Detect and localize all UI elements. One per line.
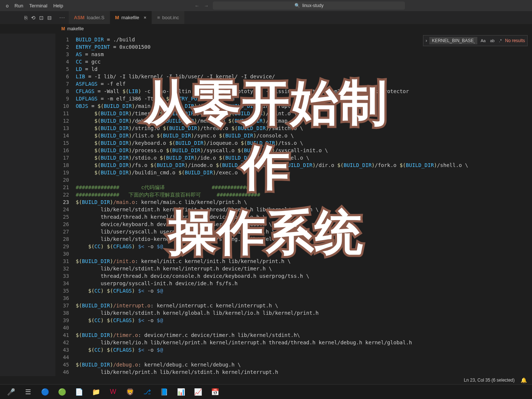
explorer-sidebar xyxy=(0,34,55,376)
breadcrumb-label: makefile xyxy=(67,26,84,31)
find-input[interactable] xyxy=(429,37,477,44)
line-gutter: 1234567891011121314151617181920212223242… xyxy=(55,36,76,376)
explorer-new-file-icon[interactable]: ⎘ xyxy=(24,15,27,21)
menu-run[interactable]: Run xyxy=(11,3,26,8)
tab-label: loader.S xyxy=(87,15,105,20)
tab-overflow-icon[interactable]: ⋯ xyxy=(55,14,69,21)
explorer-refresh-icon[interactable]: ⟲ xyxy=(31,15,35,21)
makefile-icon: M xyxy=(115,15,119,20)
taskbar-app3-icon[interactable]: 📘 xyxy=(156,385,172,399)
makefile-icon: M xyxy=(61,26,65,31)
tab-label: makefile xyxy=(121,15,139,20)
tab-bootinc[interactable]: ≡ boot.inc xyxy=(152,11,184,24)
taskbar-file-icon[interactable]: 📄 xyxy=(71,385,87,399)
search-text: linux-study xyxy=(302,3,323,8)
taskbar-app5-icon[interactable]: 📈 xyxy=(190,385,206,399)
tab-bar: ⎘ ⟲ ⊡ ⊟ ⋯ ASM loader.S M makefile × ≡ bo… xyxy=(0,11,532,24)
search-icon: 🔍 xyxy=(294,3,300,8)
find-regex-icon[interactable]: .* xyxy=(498,38,503,44)
taskbar-wps-icon[interactable]: W xyxy=(105,385,121,399)
explorer-more-icon[interactable]: ⊟ xyxy=(47,15,52,21)
taskbar-chrome-icon[interactable]: 🟢 xyxy=(54,385,70,399)
find-case-icon[interactable]: Aa xyxy=(480,38,487,44)
taskbar-app-icon[interactable]: 🔵 xyxy=(37,385,53,399)
taskbar-app4-icon[interactable]: 📊 xyxy=(173,385,189,399)
find-expand-icon[interactable]: › xyxy=(426,38,427,43)
find-widget: › Aa ab .* No results xyxy=(423,35,528,46)
menubar: o Run Terminal Help ← → 🔍 linux-study xyxy=(0,0,532,11)
find-results: No results xyxy=(505,38,525,43)
asm-file-icon: ASM xyxy=(74,15,85,20)
status-bar: Ln 23, Col 35 (6 selected) 🔔 xyxy=(459,376,532,384)
close-tab-icon[interactable]: × xyxy=(144,15,147,20)
inc-file-icon: ≡ xyxy=(157,15,160,20)
windows-taskbar: 🎤 ☰ 🔵 🟢 📄 📁 W 🦁 ⎇ 📘 📊 📈 📅 xyxy=(0,384,532,399)
taskbar-taskview-icon[interactable]: ☰ xyxy=(20,385,36,399)
tab-makefile[interactable]: M makefile × xyxy=(110,11,152,24)
find-wholeword-icon[interactable]: ab xyxy=(489,38,495,44)
taskbar-app2-icon[interactable]: 🦁 xyxy=(122,385,138,399)
taskbar-mic-icon[interactable]: 🎤 xyxy=(3,385,19,399)
taskbar-app6-icon[interactable]: 📅 xyxy=(207,385,223,399)
menu-help[interactable]: Help xyxy=(50,3,66,8)
breadcrumb[interactable]: M makefile xyxy=(0,24,532,34)
tab-label: boot.inc xyxy=(162,15,179,20)
taskbar-explorer-icon[interactable]: 📁 xyxy=(88,385,104,399)
nav-back-icon[interactable]: ← xyxy=(194,3,199,8)
menu-o[interactable]: o xyxy=(3,3,11,8)
code-content[interactable]: BUILD_DIR = ./buildENTRY_POINT = 0xc0001… xyxy=(76,36,532,376)
taskbar-vscode-icon[interactable]: ⎇ xyxy=(139,385,155,399)
cursor-position[interactable]: Ln 23, Col 35 (6 selected) xyxy=(464,378,515,383)
editor[interactable]: › Aa ab .* No results 123456789101112131… xyxy=(55,34,532,376)
explorer-collapse-icon[interactable]: ⊡ xyxy=(39,15,44,21)
notifications-icon[interactable]: 🔔 xyxy=(521,377,527,383)
tab-loader[interactable]: ASM loader.S xyxy=(69,11,110,24)
command-center[interactable]: 🔍 linux-study xyxy=(213,1,405,10)
menu-terminal[interactable]: Terminal xyxy=(26,3,50,8)
nav-forward-icon[interactable]: → xyxy=(204,3,208,8)
